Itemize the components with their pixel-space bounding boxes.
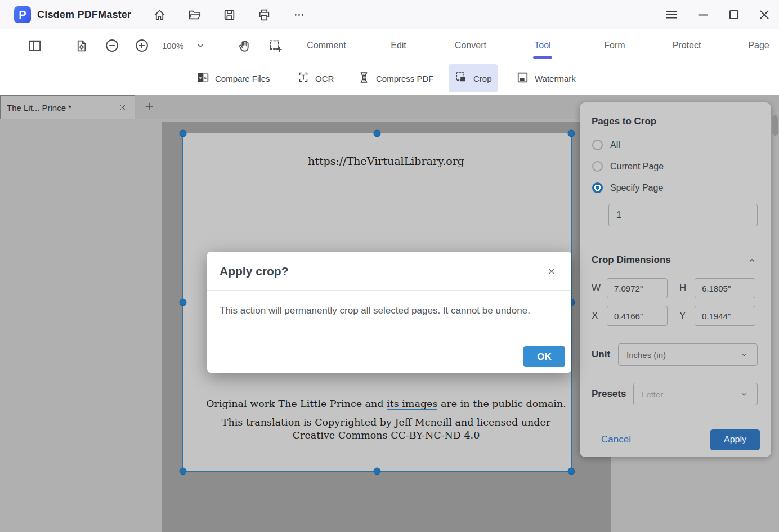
apply-crop-dialog: Apply crop? This action will permanently… — [207, 252, 571, 373]
chevron-down-icon — [739, 350, 749, 360]
page-settings-icon[interactable] — [71, 35, 91, 56]
dim-y-label: Y — [679, 310, 686, 321]
zoom-level-value: 100% — [162, 41, 183, 51]
toolbar-row-tools: vs Compare Files OCR Compress PDF — [0, 62, 779, 95]
tab-edit[interactable]: Edit — [362, 29, 435, 62]
radio-current-page-circle[interactable] — [592, 161, 603, 172]
compress-pdf-icon — [357, 70, 371, 87]
document-tab-title: The Lit... Prince * — [7, 103, 114, 113]
panel-divider — [580, 417, 771, 417]
dialog-title: Apply crop? — [220, 252, 289, 291]
dialog-message: This action will permanently crop all se… — [207, 291, 571, 330]
presets-select[interactable]: Letter — [633, 383, 758, 405]
svg-text:s: s — [204, 75, 207, 80]
maximize-icon[interactable] — [727, 7, 741, 22]
radio-all[interactable]: All — [592, 140, 620, 150]
new-tab-icon[interactable] — [140, 97, 159, 116]
dialog-header: Apply crop? — [207, 252, 571, 291]
dim-h-label: H — [679, 283, 686, 294]
open-folder-icon[interactable] — [187, 7, 202, 22]
panel-scrollbar-thumb[interactable] — [772, 115, 778, 136]
crop-handle-top-left[interactable] — [180, 130, 187, 137]
tab-page[interactable]: Page — [723, 29, 779, 62]
watermark-button[interactable]: Watermark — [510, 64, 581, 92]
app-logo-icon: P — [14, 6, 31, 23]
toolbar-separator — [231, 39, 231, 52]
more-icon[interactable] — [292, 7, 306, 22]
hand-tool-icon[interactable] — [234, 35, 254, 56]
minimize-icon[interactable] — [696, 7, 710, 22]
panel-divider — [580, 244, 771, 244]
crop-handle-top-right[interactable] — [568, 130, 575, 137]
zoom-level-select[interactable]: 100% — [162, 29, 183, 62]
dim-h-input[interactable] — [695, 278, 755, 298]
chevron-down-icon — [739, 389, 749, 399]
panel-toggle-icon[interactable] — [25, 35, 45, 56]
tab-tool[interactable]: Tool — [507, 29, 579, 62]
cancel-button[interactable]: Cancel — [601, 429, 631, 450]
nav-tabs: Comment Edit Convert Tool Form Protect P… — [290, 29, 779, 62]
zoom-in-icon[interactable] — [132, 35, 152, 56]
radio-specify-page-circle[interactable] — [592, 182, 603, 193]
svg-text:v: v — [199, 75, 202, 80]
presets-label: Presets — [592, 388, 626, 400]
crop-handle-middle-left[interactable] — [180, 299, 187, 306]
compare-files-icon: vs — [196, 70, 210, 87]
tab-protect[interactable]: Protect — [651, 29, 723, 62]
dim-w-input[interactable] — [607, 278, 668, 298]
select-area-icon[interactable] — [265, 35, 285, 56]
save-icon[interactable] — [222, 7, 236, 22]
crop-settings-panel: Pages to Crop All Current Page Specify P… — [580, 102, 771, 457]
app-window: P Cisdem PDFMaster — [0, 0, 779, 532]
document-tab[interactable]: The Lit... Prince * — [0, 95, 135, 119]
crop-handle-top-center[interactable] — [374, 130, 381, 137]
tab-form[interactable]: Form — [579, 29, 651, 62]
crop-handle-bottom-center[interactable] — [374, 468, 381, 475]
title-bar: P Cisdem PDFMaster — [0, 0, 779, 29]
crop-handle-bottom-left[interactable] — [180, 468, 187, 475]
crop-dimensions-title: Crop Dimensions — [592, 254, 671, 266]
crop-handle-bottom-right[interactable] — [568, 468, 575, 475]
ok-button[interactable]: OK — [523, 346, 565, 367]
dim-x-label: X — [592, 310, 598, 321]
ocr-icon — [297, 70, 310, 86]
home-icon[interactable] — [152, 7, 167, 22]
close-icon[interactable] — [757, 7, 772, 22]
watermark-icon — [516, 70, 530, 87]
dim-y-input[interactable] — [695, 306, 755, 326]
unit-label: Unit — [592, 349, 610, 360]
compare-files-button[interactable]: vs Compare Files — [190, 64, 276, 92]
toolbar: 100% Comment Edit Convert Tool Form Prot… — [0, 29, 779, 95]
dialog-footer: OK — [207, 330, 571, 373]
apply-button[interactable]: Apply — [710, 429, 760, 450]
menu-icon[interactable] — [664, 7, 679, 22]
tab-close-icon[interactable] — [114, 99, 131, 116]
zoom-chevron-down-icon[interactable] — [192, 35, 208, 56]
compress-pdf-button[interactable]: Compress PDF — [351, 64, 440, 92]
ocr-button[interactable]: OCR — [291, 64, 339, 92]
tab-comment[interactable]: Comment — [290, 29, 362, 62]
radio-current-page[interactable]: Current Page — [592, 161, 664, 172]
radio-all-circle[interactable] — [592, 140, 603, 150]
dialog-close-icon[interactable] — [544, 264, 559, 279]
zoom-out-icon[interactable] — [102, 35, 122, 56]
page-number-input[interactable] — [608, 204, 758, 226]
collapse-chevron-up-icon[interactable] — [745, 253, 759, 267]
dim-w-label: W — [592, 283, 601, 294]
app-title: Cisdem PDFMaster — [37, 0, 131, 29]
toolbar-separator — [57, 39, 57, 52]
pages-to-crop-title: Pages to Crop — [592, 116, 656, 127]
dim-x-input[interactable] — [607, 306, 668, 326]
toolbar-row-main: 100% Comment Edit Convert Tool Form Prot… — [0, 29, 779, 62]
print-icon[interactable] — [257, 7, 271, 22]
radio-specify-page[interactable]: Specify Page — [592, 182, 663, 193]
unit-select[interactable]: Inches (in) — [618, 343, 758, 366]
crop-icon — [454, 70, 468, 87]
tab-convert[interactable]: Convert — [435, 29, 507, 62]
crop-button[interactable]: Crop — [449, 64, 498, 92]
